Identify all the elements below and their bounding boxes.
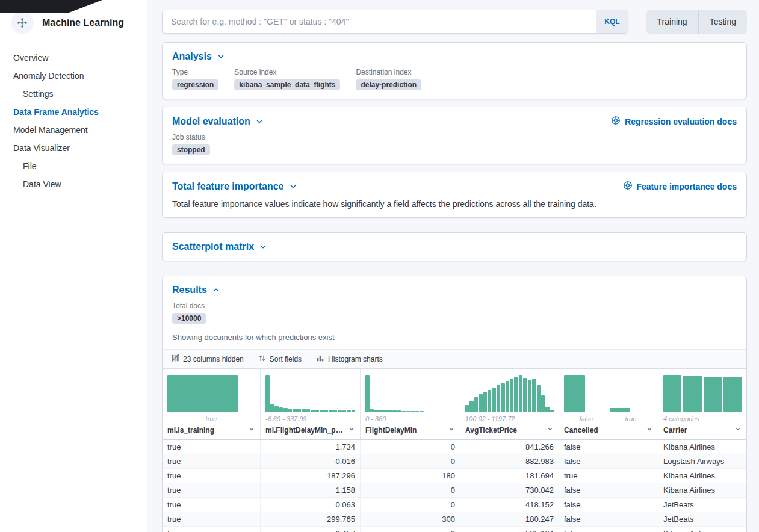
- chevron-down-icon[interactable]: [248, 425, 255, 435]
- ml-logo-icon: [11, 11, 34, 34]
- feature-importance-accordion-toggle[interactable]: Total feature importance: [172, 181, 297, 192]
- sidebar-item-overview[interactable]: Overview: [13, 49, 141, 67]
- app-title: Machine Learning: [42, 17, 124, 28]
- model-evaluation-accordion-toggle[interactable]: Model evaluation: [172, 116, 264, 127]
- regression-evaluation-docs-link[interactable]: Regression evaluation docs: [611, 116, 737, 127]
- histogram-bar: [274, 406, 279, 412]
- grid-toolbar: 23 columns hidden Sort fields Histogram …: [163, 350, 746, 369]
- chevron-down-icon[interactable]: [547, 425, 554, 435]
- column-range-label: 100.02 - 1197.72: [465, 415, 554, 424]
- table-cell: Kibana Airlines: [658, 469, 746, 483]
- feature-importance-docs-link[interactable]: Feature importance docs: [623, 181, 737, 192]
- histogram-bar: [324, 410, 329, 412]
- table-cell: true: [163, 527, 261, 532]
- column-header-AvgTicketPrice[interactable]: 100.02 - 1197.72AvgTicketPrice: [460, 369, 559, 439]
- table-cell: 0: [361, 440, 460, 454]
- table-cell: 0.063: [261, 498, 361, 512]
- table-cell: -0.457: [261, 527, 361, 532]
- table-cell: false: [559, 498, 658, 512]
- sidebar-item-anomaly-detection[interactable]: Anomaly Detection: [13, 67, 141, 85]
- columns-hidden-button[interactable]: 23 columns hidden: [171, 354, 244, 364]
- histogram-bar: [474, 397, 478, 412]
- histogram-bar: [497, 385, 500, 412]
- sidebar-item-file[interactable]: File: [13, 157, 141, 175]
- column-range-label: 0 - 360: [365, 415, 455, 424]
- sidebar-item-model-management[interactable]: Model Management: [13, 121, 141, 139]
- column-range-label: -6.69 - 337.99: [265, 415, 355, 424]
- histogram-bar: [279, 407, 283, 412]
- results-panel: Results Total docs >10000 Showing docume…: [162, 276, 747, 532]
- table-cell: true: [163, 512, 261, 526]
- table-row: true187.296180181.694trueKibana Airlines: [163, 469, 746, 483]
- table-cell: JetBeats: [658, 512, 746, 526]
- column-header-ml.is_training[interactable]: trueml.is_training: [163, 369, 261, 439]
- histogram-bar: [501, 383, 504, 412]
- histogram-bar: [545, 407, 549, 412]
- table-row: true-0.4570585.184falseKibana Airlines: [163, 527, 746, 532]
- histogram-bar: [333, 410, 338, 412]
- chevron-down-icon[interactable]: [646, 425, 653, 435]
- panel-title-text: Scatterplot matrix: [172, 241, 254, 252]
- histogram-bar: [265, 375, 270, 412]
- chevron-down-icon[interactable]: [348, 425, 355, 435]
- sidebar-item-data-visualizer[interactable]: Data Visualizer: [13, 139, 141, 157]
- field-label: Destination index: [356, 68, 421, 76]
- column-header-Cancelled[interactable]: falsetrueCancelled: [559, 369, 658, 439]
- histogram-bar: [347, 410, 351, 412]
- chevron-down-icon[interactable]: [448, 425, 455, 435]
- histogram-bar: [663, 375, 681, 412]
- toolbar-label: 23 columns hidden: [183, 355, 244, 363]
- sidebar-item-data-frame-analytics[interactable]: Data Frame Analytics: [13, 103, 141, 121]
- histogram-charts-button[interactable]: Histogram charts: [316, 354, 383, 364]
- table-cell: Kibana Airlines: [658, 440, 746, 454]
- kql-button[interactable]: KQL: [596, 10, 627, 33]
- histogram-bar: [283, 408, 288, 412]
- analysis-field-type: Type regression: [172, 68, 218, 90]
- table-cell: false: [559, 440, 658, 454]
- table-cell: false: [559, 527, 658, 532]
- table-row: true0.0630418.152falseJetBeats: [163, 498, 746, 512]
- sort-fields-button[interactable]: Sort fields: [258, 354, 302, 364]
- column-name-text: Cancelled: [564, 426, 598, 435]
- histogram-bar: [365, 375, 370, 412]
- panel-title-text: Analysis: [172, 51, 212, 62]
- column-header-Carrier[interactable]: 4 categoriesCarrier: [658, 369, 746, 439]
- histogram-bar: [723, 377, 742, 412]
- table-cell: -0.016: [261, 454, 361, 468]
- chevron-down-icon[interactable]: [734, 425, 742, 435]
- hidden-columns-icon: [171, 354, 179, 364]
- histogram-bar: [320, 410, 324, 412]
- table-cell: Logstash Airways: [658, 454, 746, 468]
- scatterplot-accordion-toggle[interactable]: Scatterplot matrix: [172, 241, 267, 252]
- docs-icon: [623, 181, 633, 192]
- histogram-bar: [424, 412, 429, 412]
- column-header-ml.FlightDelayMin_pred[interactable]: -6.69 - 337.99ml.FlightDelayMin_pred: [261, 369, 361, 439]
- histogram-bar: [311, 410, 315, 412]
- histogram-bar: [288, 409, 293, 412]
- column-name: ml.is_training: [167, 424, 255, 439]
- results-accordion-toggle[interactable]: Results: [172, 285, 220, 295]
- analysis-accordion-toggle[interactable]: Analysis: [172, 51, 225, 62]
- results-subtitle: Showing documents for which predictions …: [172, 333, 737, 342]
- testing-button[interactable]: Testing: [698, 10, 747, 34]
- histogram-bar: [541, 395, 545, 412]
- table-row: true1.1580730.042falseKibana Airlines: [163, 483, 746, 498]
- column-range-label: true: [167, 415, 255, 424]
- column-range-label: falsetrue: [564, 415, 653, 424]
- sidebar-item-settings[interactable]: Settings: [13, 85, 141, 103]
- column-name-text: AvgTicketPrice: [465, 426, 517, 435]
- column-header-FlightDelayMin[interactable]: 0 - 360FlightDelayMin: [361, 369, 460, 439]
- table-cell: 0: [361, 454, 460, 468]
- table-cell: 0: [361, 483, 460, 497]
- table-cell: 1.158: [261, 483, 361, 497]
- toolbar-label: Histogram charts: [328, 355, 383, 363]
- sidebar-item-data-view[interactable]: Data View: [13, 175, 141, 193]
- column-name-text: Carrier: [663, 426, 687, 435]
- table-cell: 181.694: [460, 469, 559, 483]
- histogram-bar: [465, 405, 469, 412]
- total-docs-badge: >10000: [172, 313, 206, 324]
- search-input[interactable]: [163, 10, 628, 33]
- column-histogram: [167, 375, 255, 412]
- training-button[interactable]: Training: [646, 10, 698, 34]
- histogram-bar: [370, 409, 374, 412]
